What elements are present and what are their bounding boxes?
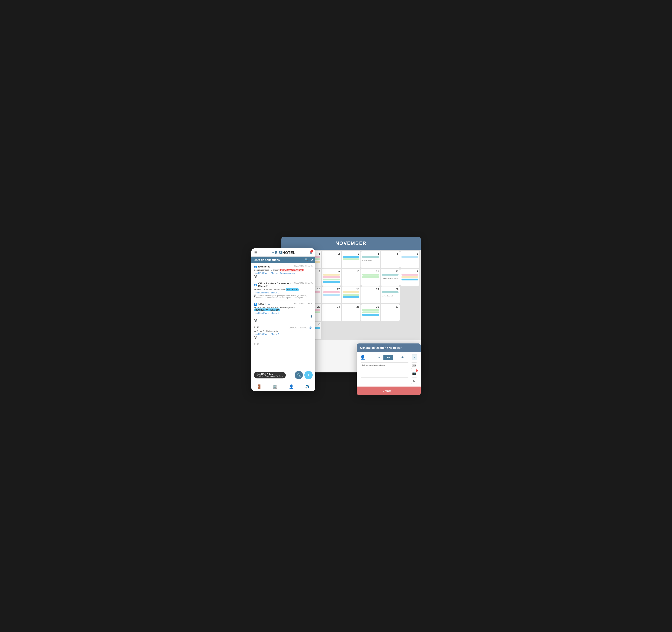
cal-cell-10: 10 xyxy=(342,269,360,286)
cal-cell-17: 17 xyxy=(322,286,341,303)
cal-cell-empty2 xyxy=(400,286,419,303)
bed-icon-3: 🛏 xyxy=(268,303,270,305)
request-title-5: 1211 xyxy=(254,343,259,346)
popup-card: General installation / No power 👤 Yes No… xyxy=(357,344,421,395)
cal-cell-4: 4 HAPPC check xyxy=(361,251,380,268)
popup-tools: ⌨ 📷 1 ⚙ xyxy=(411,362,417,384)
cal-cell-3: 3 xyxy=(342,251,360,268)
request-title-2: Office Plantas · Camareras · Planta 2 xyxy=(258,282,294,287)
request-item-3110[interactable]: 👥 3110 ✈ 🛏 05/09/2021 · 11:57:01 Entrada… xyxy=(251,301,315,324)
user-icon-2: 👥 xyxy=(254,283,257,286)
user-icon-3: 👥 xyxy=(254,303,257,306)
camera-badge: 1 xyxy=(416,370,418,372)
request-item-exteriores[interactable]: 👥 Exteriores 05/09/2021 · 11:57:01 Contr… xyxy=(251,263,315,280)
keyboard-tool[interactable]: ⌨ xyxy=(411,362,417,369)
search-controls: 🔍 ⚙ xyxy=(305,258,313,262)
fab-label: Hotel Eisi Palma Piscina · Contaminación… xyxy=(254,372,286,378)
cal-cell-25: 25 xyxy=(342,304,360,321)
comment-icon-4: 💬 xyxy=(254,336,313,339)
fab-buttons: 🔧 + xyxy=(294,371,313,379)
request-title-3: 3110 xyxy=(258,303,264,306)
user-icon-1: 👥 xyxy=(254,265,257,268)
check-button[interactable]: ✓ xyxy=(412,355,417,360)
search-bar-title: Lista de solicitudes xyxy=(254,258,280,261)
fab-hotel-name: Hotel Eisi Palma xyxy=(257,373,283,375)
cal-cell-12: 12 Pools & Jacuzzis check xyxy=(381,269,400,286)
filter-icon[interactable]: ⚙ xyxy=(310,258,313,262)
tag-2: ESCALADA xyxy=(286,288,299,291)
tag-3: REMITIDA POR HUÉSPED xyxy=(254,308,280,311)
plane-nav-icon: ✈️ xyxy=(305,384,310,389)
cal-cell-24: 24 xyxy=(322,304,341,321)
request-time-1: 05/09/2021 · 11:57:01 xyxy=(294,265,313,267)
create-button[interactable]: Create → xyxy=(357,386,421,395)
request-item-partial[interactable]: 1211 xyxy=(251,341,315,348)
sleep-icon-4: 💤 xyxy=(309,326,313,330)
popup-row-1: 👤 Yes No ✈ ✓ xyxy=(360,355,417,360)
no-button[interactable]: No xyxy=(384,355,393,360)
popup-body: 👤 Yes No ✈ ✓ ⌨ 📷 1 ⚙ xyxy=(357,352,421,386)
search-icon[interactable]: 🔍 xyxy=(305,258,309,262)
flight-popup-icon: ✈ xyxy=(401,355,404,360)
cal-cell-19: 19 xyxy=(361,286,380,303)
request-subtitle-3: Entrada VIP · Entrada VIP · Revisión gen… xyxy=(254,306,313,311)
request-location-4: Hotel Eisi Palma · Bloque A xyxy=(254,333,313,335)
cal-cell-9: 9 xyxy=(322,269,341,286)
request-title-1: Exteriores xyxy=(258,265,270,268)
flight-icon-3: ✈ xyxy=(265,303,267,305)
popup-header: General installation / No power xyxy=(357,344,421,352)
request-subtitle-1: Contraincendios · Extinción ESCALADA / H… xyxy=(254,269,313,272)
logo-hotel: HOTEL xyxy=(282,251,295,255)
door-icon: 🚪 xyxy=(257,384,262,389)
request-item-office[interactable]: 👥 Office Plantas · Camareras · Planta 2 … xyxy=(251,280,315,301)
settings-tool[interactable]: ⚙ xyxy=(411,378,417,384)
mobile-app: ☰ ▪▪ EISIHOTEL ✉ 1 Lista de solicitudes … xyxy=(251,248,315,391)
fab-wrench-button[interactable]: 🔧 xyxy=(294,371,303,379)
request-location-1: Hotel Eisi Palma · Bloques · Zonas comun… xyxy=(254,272,313,274)
nav-door[interactable]: 🚪 xyxy=(257,384,262,389)
popup-title: General installation / No power xyxy=(360,346,402,349)
person-popup-icon: 👤 xyxy=(360,355,365,360)
cal-cell-18: 18 xyxy=(342,286,360,303)
fab-plus-button[interactable]: + xyxy=(304,371,313,379)
cal-cell-6: 6 xyxy=(400,251,419,268)
cal-cell-27: 27 xyxy=(381,304,400,321)
building-icon: 🏢 xyxy=(273,384,278,389)
observations-row: ⌨ 📷 1 ⚙ xyxy=(360,362,417,384)
request-time-3: 05/09/2021 · 11:57:01 xyxy=(294,303,313,305)
comment-icon-3: 💬 xyxy=(254,319,313,322)
nav-building[interactable]: 🏢 xyxy=(273,384,278,389)
request-subtitle-2: Puertas · Cerradura / No funciona ESCALA… xyxy=(254,288,313,291)
cal-cell-20: 20 Legionella check xyxy=(381,286,400,303)
requests-list: 👥 Exteriores 05/09/2021 · 11:57:01 Contr… xyxy=(251,263,315,382)
camera-tool[interactable]: 📷 1 xyxy=(411,370,417,376)
scene: NOVEMBER 1 2 3 4 HAPPC check xyxy=(251,237,421,395)
request-time-4: 05/09/2021 · 11:57:01 xyxy=(289,327,307,329)
nav-person[interactable]: 👤 xyxy=(289,384,294,389)
pause-icon-3[interactable]: ⏸ xyxy=(310,315,313,318)
request-item-1211[interactable]: 1211 05/09/2021 · 11:57:01 💤 WIFI · WIFI… xyxy=(251,324,315,341)
cal-cell-13: 13 xyxy=(400,269,419,286)
logo-eisi: EISI xyxy=(275,251,282,255)
cal-cell-11: 11 xyxy=(361,269,380,286)
calendar-header: NOVEMBER xyxy=(282,237,421,250)
yes-button[interactable]: Yes xyxy=(373,355,383,360)
bottom-nav: 🚪 🏢 👤 ✈️ xyxy=(251,381,315,391)
tag-1: ESCALADA / HUÉSPED xyxy=(280,269,304,272)
request-time-2: 05/09/2021 · 11:57:01 xyxy=(294,282,313,284)
calendar-title: NOVEMBER xyxy=(335,241,367,246)
mail-button[interactable]: ✉ 1 xyxy=(309,251,312,255)
observations-input[interactable] xyxy=(360,362,409,378)
comment-icon-1: 💬 xyxy=(254,275,313,278)
fab-sublabel: Piscina · Contaminación fecal xyxy=(257,375,283,377)
request-title-4: 1211 xyxy=(254,326,259,329)
request-location-3: Hotel Eisi Palma · Bloque C xyxy=(254,312,313,314)
nav-plane[interactable]: ✈️ xyxy=(305,384,310,389)
cal-cell-empty3 xyxy=(400,304,419,321)
cal-cell-2: 2 xyxy=(322,251,341,268)
request-location-2: Hotel Eisi Palma · Bloque C xyxy=(254,292,313,294)
yes-no-group: Yes No xyxy=(373,355,393,360)
request-subtitle-4: WIFI · WIFI · No hay señal xyxy=(254,330,313,332)
cal-cell-26: 26 xyxy=(361,304,380,321)
hamburger-menu[interactable]: ☰ xyxy=(254,251,257,255)
